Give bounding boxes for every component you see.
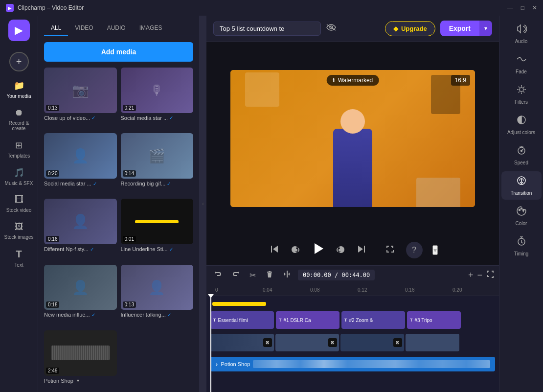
video-clip-4[interactable] (406, 334, 459, 351)
sidebar-item-label-text: Text (14, 262, 23, 268)
timeline-tracks: T Essential filmi T #1 DSLR Ca T #2 Zoom… (206, 296, 499, 373)
video-clip-1[interactable]: ⊠ (210, 334, 274, 351)
media-item-label: Social media star ... (44, 181, 91, 186)
zoom-out-button[interactable]: − (477, 270, 482, 280)
fit-timeline-button[interactable] (486, 270, 494, 280)
sidebar-item-stock-video[interactable]: 🎞 Stock video (1, 191, 37, 217)
ruler-mark-0: 0 (214, 287, 262, 293)
svg-point-15 (522, 209, 524, 211)
close-button[interactable]: ✕ (532, 4, 537, 11)
media-thumbnail: 0:01 (121, 199, 194, 244)
preview-area: ℹ Watermarked 16:9 (206, 42, 499, 235)
ruler-mark-8: 0:08 (309, 287, 357, 293)
media-duration: 0:13 (46, 105, 59, 111)
checkmark-icon: ✓ (91, 312, 95, 318)
list-item[interactable]: 0:01 Line Underline Sti... ✓ (121, 199, 194, 260)
tool-label-filters: Filters (515, 99, 528, 105)
sidebar-item-stock-images[interactable]: 🖼 Stock images (1, 218, 37, 244)
media-thumbnail: 2:49 (44, 330, 117, 376)
list-item[interactable]: 2:49 Potion Shop ▾ (44, 330, 117, 392)
list-item[interactable]: 🎙 0:21 Social media star ... ✓ (121, 68, 194, 129)
forward-button[interactable] (335, 243, 347, 258)
tab-audio[interactable]: AUDIO (100, 21, 133, 36)
media-duration: 0:18 (46, 301, 59, 308)
tool-adjust-colors[interactable]: Adjust colors (501, 111, 542, 139)
delete-button[interactable] (263, 269, 276, 281)
media-thumbnail: 👤 0:20 (44, 133, 117, 179)
svg-marker-6 (358, 246, 363, 253)
export-dropdown-button[interactable]: ▾ (479, 21, 492, 36)
fullscreen-button[interactable] (385, 245, 394, 256)
tool-timing[interactable]: Timing (501, 232, 542, 260)
transition-marker-2: ⊠ (328, 338, 337, 347)
tool-transition[interactable]: Transition (501, 171, 542, 200)
checkmark-icon: ✓ (169, 115, 173, 120)
video-clips-row: ⊠ ⊠ ⊠ (210, 334, 499, 351)
tab-all[interactable]: ALL (44, 21, 68, 36)
tool-filters[interactable]: Filters (501, 80, 542, 109)
rewind-button[interactable] (289, 243, 301, 258)
video-clip-2[interactable]: ⊠ (275, 334, 339, 351)
sidebar-item-templates[interactable]: ⊞ Templates (1, 136, 37, 162)
minimize-button[interactable]: — (507, 4, 513, 11)
media-duration: 0:13 (123, 301, 136, 308)
sidebar-item-label-your-media: Your media (6, 93, 31, 99)
controls-collapse-button[interactable]: ▾ (432, 245, 438, 255)
redo-button[interactable] (229, 269, 243, 281)
export-button[interactable]: Export (440, 21, 479, 36)
svg-point-13 (519, 209, 520, 211)
watermark-toggle-button[interactable] (326, 23, 337, 34)
text-clip-label-3: #2 Zoom & (349, 318, 373, 323)
maximize-button[interactable]: □ (521, 4, 524, 11)
add-media-button[interactable]: Add media (44, 42, 193, 62)
tab-video[interactable]: VIDEO (68, 21, 100, 36)
timecode-display: 00:00.00 / 00:44.00 (298, 270, 375, 280)
text-clip-4[interactable]: T #3 Tripo (407, 311, 461, 329)
tool-fade[interactable]: Fade (501, 50, 542, 78)
app-title: Clipchamp – Video Editor (18, 4, 503, 11)
cut-button[interactable]: ✂ (247, 269, 259, 281)
music-note-icon: ♪ (215, 361, 218, 367)
sidebar-item-your-media[interactable]: 📁 Your media (1, 76, 37, 103)
text-clip-3[interactable]: T #2 Zoom & (341, 311, 405, 329)
list-item[interactable]: 👤 0:20 Social media star ... ✓ (44, 133, 117, 195)
your-media-icon: 📁 (14, 80, 24, 91)
upgrade-button[interactable]: ◆ Upgrade (385, 21, 435, 36)
project-title-input[interactable] (213, 22, 321, 36)
play-button[interactable] (309, 240, 327, 260)
add-button[interactable]: + (9, 52, 29, 71)
skip-to-end-button[interactable] (355, 243, 368, 258)
skip-to-start-button[interactable] (268, 243, 281, 258)
undo-button[interactable] (211, 269, 225, 281)
sidebar-item-text[interactable]: T Text (1, 245, 37, 272)
media-item-label: Close up of video... (44, 115, 90, 121)
tool-audio[interactable]: Audio (501, 20, 542, 48)
export-button-group: Export ▾ (440, 21, 492, 36)
sidebar-item-record-create[interactable]: ⏺ Record & create (1, 104, 37, 135)
app-logo-small: ▶ (6, 4, 14, 12)
help-button[interactable]: ? (406, 242, 423, 258)
tool-speed[interactable]: Speed (501, 141, 542, 169)
video-clip-3[interactable]: ⊠ (340, 334, 404, 351)
tool-label-adjust-colors: Adjust colors (507, 130, 535, 135)
yellow-segment-bar[interactable] (212, 302, 266, 306)
list-item[interactable]: 📷 0:13 Close up of video... ✓ (44, 68, 117, 129)
ruler-mark-16: 0:16 (404, 287, 452, 293)
watermark-text: Watermarked (338, 77, 373, 84)
center-area: ◆ Upgrade Export ▾ (206, 16, 499, 392)
sidebar-item-label-music: Music & SFX (5, 181, 33, 186)
text-clip-2[interactable]: T #1 DSLR Ca (276, 311, 339, 329)
sidebar-item-music-sfx[interactable]: 🎵 Music & SFX (1, 163, 37, 190)
upgrade-label: Upgrade (401, 25, 427, 32)
collapse-handle[interactable]: ‹ (200, 16, 206, 392)
split-button[interactable] (280, 269, 294, 281)
list-item[interactable]: 👤 0:13 Influencer talking... ✓ (121, 265, 194, 326)
list-item[interactable]: 🎬 0:14 Recording big gif... ✓ (121, 133, 194, 195)
tab-images[interactable]: IMAGES (133, 21, 169, 36)
audio-clip[interactable]: ♪ Potion Shop (210, 357, 495, 371)
zoom-in-button[interactable]: + (468, 270, 474, 280)
tool-color[interactable]: Color (501, 202, 542, 230)
list-item[interactable]: 👤 0:18 New media influe... ✓ (44, 265, 117, 326)
list-item[interactable]: 👤 0:16 Different Np-f sty... ✓ (44, 199, 117, 260)
text-clip-1[interactable]: T Essential filmi (210, 311, 274, 329)
